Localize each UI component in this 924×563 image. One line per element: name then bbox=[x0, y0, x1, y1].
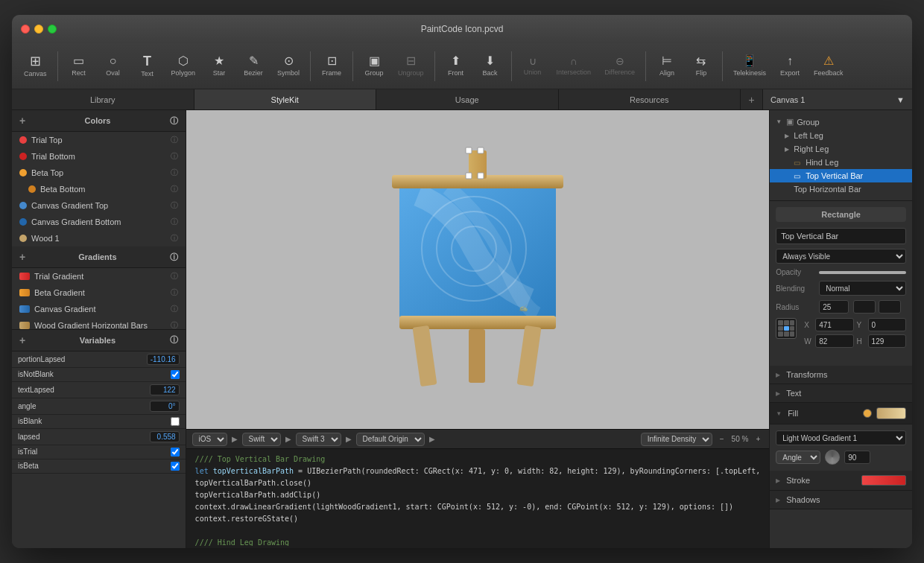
item-info-icon: ⓘ bbox=[171, 184, 178, 194]
tab-resources[interactable]: Resources bbox=[559, 89, 741, 109]
shadows-panel-header[interactable]: ▶ Shadows bbox=[770, 491, 912, 509]
item-info-icon: ⓘ bbox=[171, 168, 178, 178]
gradient-dot bbox=[19, 322, 30, 329]
layer-left-leg[interactable]: ▶ Left Leg bbox=[770, 129, 912, 142]
visibility-row: Always Visible bbox=[776, 249, 906, 264]
bezier-tool-btn[interactable]: ✎ Bezier bbox=[237, 52, 270, 80]
radius-corner-1[interactable] bbox=[853, 300, 876, 314]
stroke-section-header[interactable]: ▶ Stroke bbox=[770, 471, 912, 491]
fill-gradient-select[interactable]: Light Wood Gradient 1 bbox=[776, 430, 906, 445]
layer-hind-leg[interactable]: ▭ Hind Leg bbox=[770, 156, 912, 169]
x-input[interactable] bbox=[815, 318, 853, 331]
front-btn[interactable]: ⬆ Front bbox=[440, 52, 472, 80]
symbol-tool-btn[interactable]: ⊙ Symbol bbox=[271, 52, 306, 80]
variable-checkbox-isbeta[interactable] bbox=[171, 462, 180, 471]
color-canvas-gradient-bottom[interactable]: Canvas Gradient Bottom ⓘ bbox=[12, 214, 186, 230]
align-btn[interactable]: ⊨ Align bbox=[651, 52, 683, 80]
origin-select[interactable]: Default Origin bbox=[356, 433, 425, 446]
color-canvas-gradient-top[interactable]: Canvas Gradient Top ⓘ bbox=[12, 197, 186, 214]
gradient-angle-input[interactable] bbox=[844, 451, 870, 464]
position-section: X Y W H bbox=[776, 318, 906, 354]
zoom-plus-btn[interactable]: + bbox=[753, 435, 763, 443]
union-btn[interactable]: ∪ Union bbox=[516, 53, 549, 79]
minimize-button[interactable] bbox=[34, 25, 43, 34]
tab-stylekit[interactable]: StyleKit bbox=[194, 89, 377, 109]
ungroup-btn[interactable]: ⊟ Ungroup bbox=[392, 52, 430, 80]
variable-checkbox-istrial[interactable] bbox=[171, 448, 180, 457]
color-wood1[interactable]: Wood 1 ⓘ bbox=[12, 230, 186, 246]
group-btn[interactable]: ▣ Group bbox=[358, 52, 390, 80]
tab-usage[interactable]: Usage bbox=[376, 89, 559, 109]
add-gradient-btn[interactable]: + bbox=[19, 251, 25, 263]
gradient-beta[interactable]: Beta Gradient ⓘ bbox=[12, 284, 186, 301]
position-anchor-grid[interactable] bbox=[776, 318, 797, 339]
gradient-type-select[interactable]: Angle bbox=[776, 451, 820, 464]
flip-icon: ⇆ bbox=[696, 55, 706, 67]
transforms-section-header[interactable]: ▶ Transforms bbox=[770, 366, 912, 384]
sidebar-scroll[interactable]: + Colors ⓘ Trial Top ⓘ Trial Bottom ⓘ Be… bbox=[12, 110, 186, 329]
fullscreen-button[interactable] bbox=[48, 25, 57, 34]
difference-btn[interactable]: ⊖ Difference bbox=[598, 53, 641, 79]
radius-corner-2[interactable] bbox=[879, 300, 901, 314]
canvas-selector[interactable]: Canvas 1 ▼ bbox=[763, 89, 912, 109]
rect-tool-btn[interactable]: ▭ Rect bbox=[63, 52, 95, 80]
angle-wheel[interactable] bbox=[825, 450, 840, 465]
code-line: context.drawLinearGradient(lightWoodGrad… bbox=[195, 501, 761, 513]
fill-section-header[interactable]: ▼ Fill bbox=[770, 403, 912, 424]
close-button[interactable] bbox=[21, 25, 30, 34]
frame-tool-btn[interactable]: ⊡ Frame bbox=[315, 52, 348, 80]
radius-input[interactable] bbox=[819, 300, 849, 314]
layer-tree: ▼ ▣ Group ▶ Left Leg ▶ Right Leg ▭ Hind … bbox=[770, 110, 912, 201]
gradient-canvas[interactable]: Canvas Gradient ⓘ bbox=[12, 301, 186, 317]
polygon-tool-btn[interactable]: ⬡ Polygon bbox=[165, 52, 202, 80]
blending-select[interactable]: Normal bbox=[819, 281, 906, 296]
text-section-header[interactable]: ▶ Text bbox=[770, 384, 912, 403]
add-variable-btn[interactable]: + bbox=[19, 334, 25, 346]
telekinesis-icon: 📱 bbox=[742, 55, 757, 67]
gradients-section-header: + Gradients ⓘ bbox=[12, 246, 186, 268]
layer-top-horizontal-bar[interactable]: Top Horizontal Bar bbox=[770, 182, 912, 196]
back-btn[interactable]: ⬇ Back bbox=[474, 52, 507, 80]
add-color-btn[interactable]: + bbox=[19, 115, 25, 127]
variable-lapsed: lapsed 0.558 bbox=[12, 429, 186, 445]
zoom-minus-btn[interactable]: − bbox=[717, 435, 727, 443]
version-select[interactable]: Swift 3 bbox=[296, 433, 341, 446]
variable-checkbox-isblank[interactable] bbox=[171, 417, 180, 426]
text-icon: T bbox=[143, 54, 151, 68]
oval-tool-btn[interactable]: ○ Oval bbox=[97, 52, 130, 80]
y-input[interactable] bbox=[868, 318, 906, 331]
xywh-grid: X Y W H bbox=[804, 318, 906, 348]
opacity-slider[interactable] bbox=[819, 271, 906, 274]
traffic-lights bbox=[21, 25, 57, 34]
text-tool-btn[interactable]: T Text bbox=[131, 51, 164, 80]
layer-top-vertical-bar[interactable]: ▭ Top Vertical Bar bbox=[770, 169, 912, 182]
gradient-wood-h-bars[interactable]: Wood Gradient Horizontal Bars ⓘ bbox=[12, 317, 186, 329]
telekinesis-btn[interactable]: 📱 Telekinesis bbox=[727, 52, 772, 80]
tab-add[interactable]: + bbox=[741, 89, 763, 109]
color-beta-top[interactable]: Beta Top ⓘ bbox=[12, 165, 186, 181]
feedback-btn[interactable]: ⚠ Feedback bbox=[808, 52, 849, 80]
canvas-tool-btn[interactable]: ⊞ Canvas bbox=[18, 51, 53, 80]
density-select[interactable]: Infinite Density bbox=[641, 433, 712, 446]
platform-select[interactable]: iOS bbox=[192, 433, 227, 446]
visibility-select[interactable]: Always Visible bbox=[776, 249, 906, 264]
h-input[interactable] bbox=[868, 334, 906, 348]
layer-name-input[interactable] bbox=[776, 228, 906, 244]
layer-group[interactable]: ▼ ▣ Group bbox=[770, 115, 912, 129]
tab-library[interactable]: Library bbox=[12, 89, 194, 109]
w-input[interactable] bbox=[815, 334, 853, 348]
code-content[interactable]: //// Top Vertical Bar Drawing let topVer… bbox=[186, 449, 770, 546]
code-line: topVerticalBarPath.addClip() bbox=[195, 489, 761, 501]
color-trial-top[interactable]: Trial Top ⓘ bbox=[12, 132, 186, 148]
star-tool-btn[interactable]: ★ Star bbox=[203, 52, 235, 80]
gradient-trial[interactable]: Trial Gradient ⓘ bbox=[12, 268, 186, 284]
export-btn[interactable]: ↑ Export bbox=[773, 52, 806, 80]
variable-checkbox-isnotblank[interactable] bbox=[171, 370, 180, 379]
layer-right-leg[interactable]: ▶ Right Leg bbox=[770, 142, 912, 156]
flip-btn[interactable]: ⇆ Flip bbox=[685, 52, 718, 80]
color-beta-bottom[interactable]: Beta Bottom ⓘ bbox=[12, 181, 186, 197]
intersection-btn[interactable]: ∩ Intersection bbox=[551, 53, 598, 79]
color-trial-bottom[interactable]: Trial Bottom ⓘ bbox=[12, 148, 186, 165]
language-select[interactable]: Swift bbox=[242, 433, 281, 446]
canvas-area[interactable]: ✍ bbox=[186, 110, 770, 429]
